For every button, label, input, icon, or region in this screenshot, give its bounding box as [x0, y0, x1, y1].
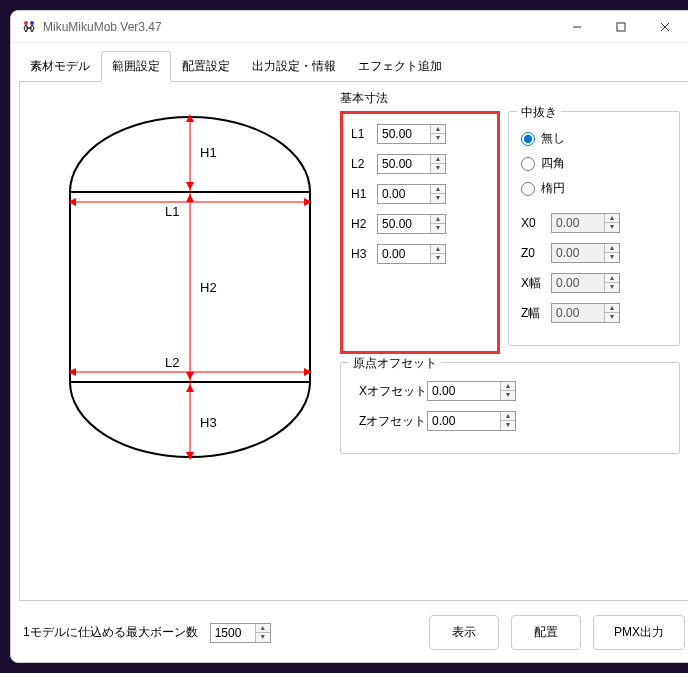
pmx-output-button[interactable]: PMX出力 [593, 615, 685, 650]
h2-label: H2 [351, 217, 377, 231]
svg-marker-11 [186, 194, 194, 202]
h3-value[interactable] [378, 245, 430, 263]
max-bones-value[interactable] [211, 624, 255, 642]
h1-label: H1 [351, 187, 377, 201]
svg-text:L1: L1 [165, 204, 179, 219]
l2-value[interactable] [378, 155, 430, 173]
spinner-buttons: ▲▼ [604, 304, 619, 322]
z0-label: Z0 [521, 246, 551, 260]
close-button[interactable] [643, 12, 687, 42]
hollow-group: 中抜き 無し 四角 楕円 X0▲▼ Z0▲▼ X幅▲▼ Z幅▲▼ [508, 111, 680, 346]
radio-ellipse[interactable] [521, 182, 535, 196]
radio-none[interactable] [521, 132, 535, 146]
z-offset-value[interactable] [428, 412, 500, 430]
h2-input[interactable]: ▲▼ [377, 214, 446, 234]
titlebar: MikuMikuMob Ver3.47 [11, 11, 688, 43]
show-button[interactable]: 表示 [429, 615, 499, 650]
tab-range-settings[interactable]: 範囲設定 [101, 51, 171, 82]
max-bones-label: 1モデルに仕込める最大ボーン数 [23, 624, 198, 641]
z-offset-label: Zオフセット [353, 413, 427, 430]
xw-input: ▲▼ [551, 273, 620, 293]
x0-value [552, 214, 604, 232]
svg-text:H3: H3 [200, 415, 217, 430]
x-offset-input[interactable]: ▲▼ [427, 381, 516, 401]
spinner-buttons[interactable]: ▲▼ [430, 215, 445, 233]
h3-label: H3 [351, 247, 377, 261]
h1-value[interactable] [378, 185, 430, 203]
x-offset-label: Xオフセット [353, 383, 427, 400]
l1-input[interactable]: ▲▼ [377, 124, 446, 144]
tab-strip: 素材モデル 範囲設定 配置設定 出力設定・情報 エフェクト追加 [11, 43, 688, 81]
spinner-buttons[interactable]: ▲▼ [430, 245, 445, 263]
l2-input[interactable]: ▲▼ [377, 154, 446, 174]
l1-label: L1 [351, 127, 377, 141]
zw-label: Z幅 [521, 305, 551, 322]
basic-dim-legend: 基本寸法 [340, 90, 680, 107]
h2-value[interactable] [378, 215, 430, 233]
z0-value [552, 244, 604, 262]
radio-none-label: 無し [541, 130, 565, 147]
shape-diagram: H1 H2 H3 L1 L2 [50, 112, 330, 462]
place-button[interactable]: 配置 [511, 615, 581, 650]
xw-value [552, 274, 604, 292]
h3-input[interactable]: ▲▼ [377, 244, 446, 264]
spinner-buttons: ▲▼ [604, 214, 619, 232]
origin-offset-group: 原点オフセット Xオフセット▲▼ Zオフセット▲▼ [340, 362, 680, 454]
origin-legend: 原点オフセット [349, 355, 441, 372]
tab-source-model[interactable]: 素材モデル [19, 51, 101, 81]
x0-input: ▲▼ [551, 213, 620, 233]
app-icon [21, 19, 37, 35]
svg-marker-13 [186, 384, 194, 392]
spinner-buttons[interactable]: ▲▼ [255, 624, 270, 642]
svg-text:H2: H2 [200, 280, 217, 295]
zw-input: ▲▼ [551, 303, 620, 323]
radio-square[interactable] [521, 157, 535, 171]
svg-rect-3 [617, 23, 625, 31]
spinner-buttons[interactable]: ▲▼ [500, 382, 515, 400]
spinner-buttons: ▲▼ [604, 274, 619, 292]
radio-ellipse-label: 楕円 [541, 180, 565, 197]
z-offset-input[interactable]: ▲▼ [427, 411, 516, 431]
svg-marker-12 [186, 372, 194, 380]
svg-point-1 [30, 21, 34, 25]
z0-input: ▲▼ [551, 243, 620, 263]
svg-text:L2: L2 [165, 355, 179, 370]
svg-marker-10 [186, 182, 194, 190]
h1-input[interactable]: ▲▼ [377, 184, 446, 204]
tab-placement-settings[interactable]: 配置設定 [171, 51, 241, 81]
spinner-buttons[interactable]: ▲▼ [430, 185, 445, 203]
maximize-button[interactable] [599, 12, 643, 42]
radio-square-label: 四角 [541, 155, 565, 172]
svg-text:H1: H1 [200, 145, 217, 160]
x-offset-value[interactable] [428, 382, 500, 400]
hollow-legend: 中抜き [517, 104, 561, 121]
zw-value [552, 304, 604, 322]
xw-label: X幅 [521, 275, 551, 292]
tab-output-settings[interactable]: 出力設定・情報 [241, 51, 347, 81]
l2-label: L2 [351, 157, 377, 171]
window-title: MikuMikuMob Ver3.47 [43, 20, 555, 34]
minimize-button[interactable] [555, 12, 599, 42]
x0-label: X0 [521, 216, 551, 230]
tab-effect-add[interactable]: エフェクト追加 [347, 51, 453, 81]
spinner-buttons[interactable]: ▲▼ [430, 125, 445, 143]
basic-dim-group: L1▲▼ L2▲▼ H1▲▼ H2▲▼ H3▲▼ [340, 111, 500, 354]
l1-value[interactable] [378, 125, 430, 143]
spinner-buttons[interactable]: ▲▼ [430, 155, 445, 173]
spinner-buttons: ▲▼ [604, 244, 619, 262]
spinner-buttons[interactable]: ▲▼ [500, 412, 515, 430]
tab-content: H1 H2 H3 L1 L2 基本寸法 L1▲▼ L2▲▼ H1▲▼ H2▲▼ … [19, 81, 688, 601]
bottom-bar: 1モデルに仕込める最大ボーン数 ▲▼ 表示 配置 PMX出力 [11, 609, 688, 662]
svg-point-0 [24, 21, 28, 25]
app-window: MikuMikuMob Ver3.47 素材モデル 範囲設定 配置設定 出力設定… [10, 10, 688, 663]
max-bones-input[interactable]: ▲▼ [210, 623, 271, 643]
